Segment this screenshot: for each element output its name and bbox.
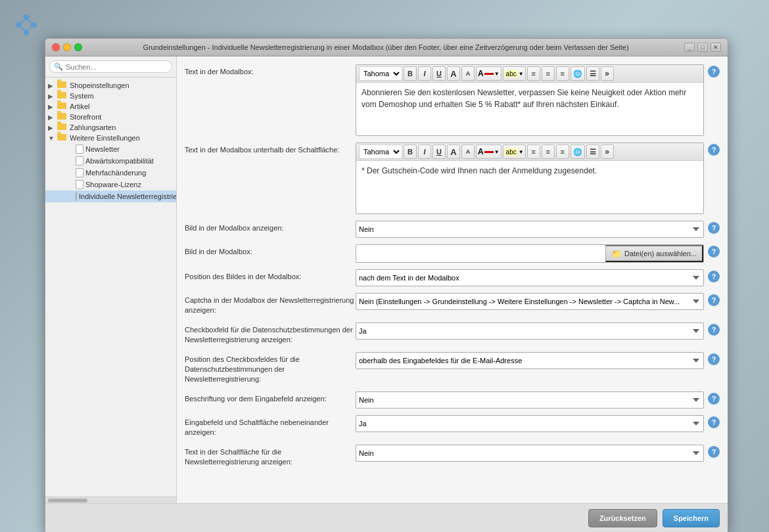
align-left-btn-1[interactable]: ≡: [527, 66, 540, 81]
help-icon-3[interactable]: ?: [708, 222, 720, 234]
control-captcha: Nein (Einstellungen -> Grundeinstellung …: [356, 293, 704, 310]
close-button[interactable]: [52, 43, 60, 51]
label-checkbox-datenschutz: Checkboxfeld für die Datenschutzbestimmu…: [185, 322, 356, 345]
align-right-btn-1[interactable]: ≡: [556, 66, 569, 81]
select-position-bild[interactable]: nach dem Text in der Modalbox: [356, 269, 704, 286]
sidebar-scrollbar[interactable]: [45, 497, 176, 503]
sidebar-item-label: Zahlungsarten: [70, 123, 116, 131]
help-icon-2[interactable]: ?: [708, 144, 720, 156]
label-bild-anzeigen: Bild in der Modalbox anzeigen:: [185, 221, 356, 233]
select-checkbox-datenschutz[interactable]: Ja: [356, 322, 704, 340]
close-ctrl[interactable]: ✕: [711, 43, 721, 52]
file-choose-btn[interactable]: 📁 Datei(en) auswählen...: [605, 245, 703, 262]
link-btn-1[interactable]: 🌐: [571, 66, 585, 81]
fontsize-down-btn-1[interactable]: A: [461, 66, 475, 81]
font-color-btn-2[interactable]: A ▼: [476, 144, 501, 159]
editor-unterhalb: Tahoma B I U A A A ▼: [356, 143, 704, 214]
help-icon-11[interactable]: ?: [708, 446, 720, 458]
app-logo: [13, 12, 39, 38]
maximize-button[interactable]: [74, 43, 82, 51]
fontsize-up-btn-2[interactable]: A: [447, 144, 460, 159]
sidebar-item-lizenz[interactable]: Shopware-Lizenz: [45, 179, 176, 190]
field-bild-modalbox: Bild in der Modalbox: 📁 Datei(en) auswäh…: [185, 244, 720, 263]
align-center-btn-1[interactable]: ≡: [542, 66, 555, 81]
fontsize-down-btn-2[interactable]: A: [461, 144, 475, 159]
align-left-btn-2[interactable]: ≡: [527, 144, 540, 159]
align-right-btn-2[interactable]: ≡: [556, 144, 569, 159]
align-center-btn-2[interactable]: ≡: [542, 144, 555, 159]
restore-ctrl[interactable]: □: [697, 43, 708, 52]
sidebar-item-mehrfach[interactable]: Mehrfachänderung: [45, 167, 176, 179]
select-text-schaltflaeche[interactable]: Nein: [356, 445, 704, 462]
reset-button[interactable]: Zurücksetzen: [588, 509, 657, 527]
more-btn-2[interactable]: »: [601, 144, 614, 159]
editor-content-2[interactable]: * Der Gutschein-Code wird Ihnen nach der…: [356, 161, 703, 213]
select-bild-anzeigen[interactable]: Nein: [356, 221, 704, 238]
sidebar-item-artikel[interactable]: ▶ Artikel: [45, 101, 176, 112]
help-icon-6[interactable]: ?: [708, 294, 720, 306]
sidebar-item-newsletter[interactable]: Newsletter: [45, 143, 176, 155]
sidebar-item-weitere-einstellungen[interactable]: ▼ Weitere Einstellungen: [45, 133, 176, 143]
minimize-button[interactable]: [63, 43, 71, 51]
select-beschriftung[interactable]: Nein: [356, 391, 704, 409]
help-icon-7[interactable]: ?: [708, 324, 720, 336]
tree-container: ▶ Shopeinstellungen ▶ System ▶ Artikel: [45, 78, 176, 497]
bold-btn-1[interactable]: B: [404, 66, 417, 81]
control-text-unterhalb: Tahoma B I U A A A ▼: [356, 143, 704, 214]
underline-btn-2[interactable]: U: [432, 144, 446, 159]
folder-icon: [57, 81, 68, 89]
font-select-2[interactable]: Tahoma: [359, 144, 402, 159]
search-input-wrap[interactable]: 🔍: [49, 60, 172, 73]
label-bild-modalbox: Bild in der Modalbox:: [185, 244, 356, 257]
folder-icon: [57, 123, 68, 131]
highlight-btn-2[interactable]: abc ▼: [503, 144, 526, 159]
select-position-checkbox[interactable]: oberhalb des Eingabefeldes für die E-Mai…: [356, 352, 704, 369]
sidebar-item-storefront[interactable]: ▶ Storefront: [45, 112, 176, 122]
sidebar-item-label: Abwärtskompatibilität: [85, 157, 154, 165]
select-nebeneinander[interactable]: Ja: [356, 415, 704, 432]
folder-icon: [57, 102, 68, 110]
sidebar-item-shopeinstellungen[interactable]: ▶ Shopeinstellungen: [45, 80, 176, 91]
svg-point-4: [32, 22, 37, 28]
sidebar-item-zahlungsarten[interactable]: ▶ Zahlungsarten: [45, 122, 176, 133]
help-icon-1[interactable]: ?: [708, 66, 720, 78]
sidebar-item-label: Artikel: [70, 102, 90, 110]
editor-content-1[interactable]: Abonnieren Sie den kostenlosen Newslette…: [356, 83, 703, 135]
minimize-ctrl[interactable]: _: [684, 43, 695, 52]
folder-icon: [57, 92, 68, 100]
bold-btn-2[interactable]: B: [404, 144, 417, 159]
select-captcha[interactable]: Nein (Einstellungen -> Grundeinstellung …: [356, 293, 704, 310]
sidebar-item-abwaerts[interactable]: Abwärtskompatibilität: [45, 155, 176, 167]
font-color-btn-1[interactable]: A ▼: [476, 66, 501, 81]
more-btn-1[interactable]: »: [601, 66, 614, 81]
file-input[interactable]: [356, 245, 605, 262]
field-position-bild: Position des Bildes in der Modalbox: nac…: [185, 269, 720, 286]
italic-btn-1[interactable]: I: [418, 66, 431, 81]
fontsize-up-btn-1[interactable]: A: [447, 66, 460, 81]
save-button[interactable]: Speichern: [663, 509, 720, 527]
font-select-1[interactable]: Tahoma: [359, 66, 402, 81]
field-text-modalbox: Text in der Modalbox: Tahoma B I U A A: [185, 64, 720, 136]
control-checkbox-datenschutz: Ja: [356, 322, 704, 340]
highlight-btn-1[interactable]: abc ▼: [503, 66, 526, 81]
control-position-checkbox: oberhalb des Eingabefeldes für die E-Mai…: [356, 352, 704, 369]
sidebar-item-system[interactable]: ▶ System: [45, 91, 176, 101]
help-icon-8[interactable]: ?: [708, 353, 720, 365]
sidebar-item-label: Individuelle Newsletterregistriei...: [79, 192, 176, 200]
link-btn-2[interactable]: 🌐: [571, 144, 585, 159]
help-icon-4[interactable]: ?: [708, 246, 720, 257]
list-btn-2[interactable]: ☰: [586, 144, 599, 159]
help-icon-10[interactable]: ?: [708, 416, 720, 428]
underline-btn-1[interactable]: U: [432, 66, 446, 81]
italic-btn-2[interactable]: I: [418, 144, 431, 159]
help-icon-9[interactable]: ?: [708, 393, 720, 405]
help-icon-5[interactable]: ?: [708, 271, 720, 282]
search-input[interactable]: [66, 63, 168, 71]
expand-icon: ▶: [48, 82, 57, 89]
label-position-bild: Position des Bildes in der Modalbox:: [185, 269, 356, 282]
field-text-unterhalb: Text in der Modalbox unterhalb der Schal…: [185, 143, 720, 214]
list-btn-1[interactable]: ☰: [586, 66, 599, 81]
field-position-checkbox: Position des Checkboxfeldes für die Date…: [185, 352, 720, 385]
editor-modalbox: Tahoma B I U A A A ▼: [356, 64, 704, 136]
sidebar-item-individuelle[interactable]: Individuelle Newsletterregistriei...: [45, 190, 176, 202]
